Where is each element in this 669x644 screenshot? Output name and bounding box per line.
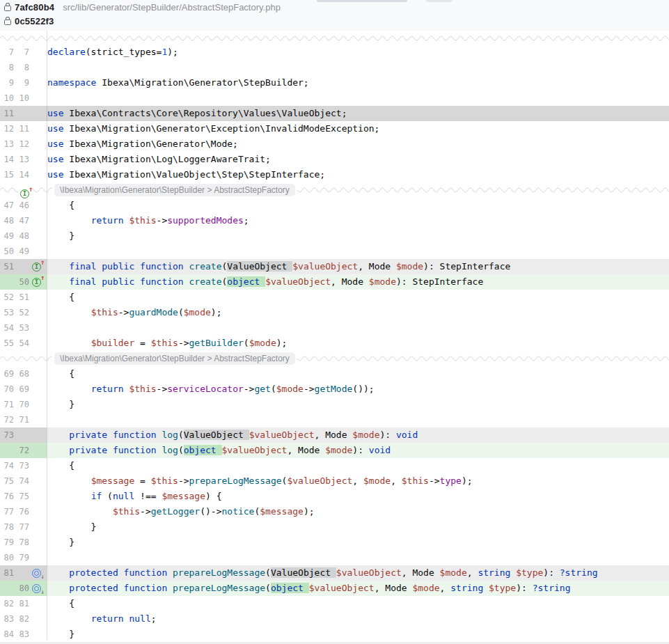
code-line[interactable]: } <box>47 627 669 642</box>
code-line[interactable] <box>47 412 669 427</box>
gutter-icon-slot <box>29 611 45 627</box>
code-line[interactable]: final public function create(ValueObject… <box>47 259 669 274</box>
code-line[interactable]: { <box>47 596 669 611</box>
gutter-icon-slot: I↑ <box>20 186 29 198</box>
gutter: 80↓ <box>0 581 47 596</box>
code-line[interactable] <box>47 320 669 336</box>
code-line[interactable]: } <box>47 228 669 244</box>
code-token: public <box>102 261 134 272</box>
code-line[interactable]: use Ibexa\Migration\Generator\Exception\… <box>47 121 669 136</box>
code-line[interactable]: $builder = $this->getBuilder($mode); <box>47 336 669 351</box>
code-token: object <box>227 276 265 287</box>
code-token: log <box>162 445 178 455</box>
old-revision-hash: 7afc80b4 <box>15 2 54 13</box>
code-line[interactable]: protected function prepareLogMessage(Val… <box>47 565 669 581</box>
diff-line-context: 1211use Ibexa\Migration\Generator\Except… <box>0 121 669 136</box>
code-line[interactable]: } <box>47 535 669 550</box>
code-line[interactable]: declare(strict_types=1); <box>47 45 669 60</box>
code-line[interactable]: private function log(object $valueObject… <box>47 443 669 458</box>
new-line-number: 79 <box>15 550 29 565</box>
code-line[interactable]: { <box>47 366 669 382</box>
code-line[interactable]: use Ibexa\Contracts\Core\Repository\Valu… <box>47 106 669 121</box>
code-line[interactable]: { <box>47 198 669 213</box>
code-line[interactable]: namespace Ibexa\Migration\Generator\Step… <box>47 75 669 91</box>
code-line[interactable]: protected function prepareLogMessage(obj… <box>47 581 669 596</box>
code-line[interactable]: $this->getLogger()->notice($message); <box>47 504 669 519</box>
code-line[interactable]: return $this->supportedModes; <box>47 213 669 228</box>
code-line[interactable] <box>47 550 669 565</box>
code-token: get <box>254 384 270 394</box>
code-token: prepareLogMessage <box>189 476 282 486</box>
code-token: $type <box>489 583 516 593</box>
code-token: $valueObject <box>265 276 331 287</box>
old-line-number: 75 <box>0 473 14 489</box>
code-token: ): <box>516 583 532 593</box>
code-token: Ibexa\Contracts\Core\Repository\Values\V… <box>63 108 347 118</box>
code-token: use <box>47 154 63 164</box>
implements-arrow-up-icon[interactable]: I↑ <box>32 278 41 287</box>
code-token: -> <box>157 384 168 394</box>
code-token: } <box>47 629 74 639</box>
gutter: 5251 <box>0 290 47 305</box>
code-line[interactable]: $this->guardMode($mode); <box>47 305 669 320</box>
code-token <box>118 583 124 593</box>
code-line[interactable]: { <box>47 458 669 473</box>
old-line-number: 9 <box>0 75 14 91</box>
gutter: 1312 <box>0 136 47 152</box>
gutter: 73 <box>0 427 47 443</box>
code-line[interactable]: use Ibexa\Migration\ValueObject\Step\Ste… <box>47 167 669 182</box>
old-line-number: 10 <box>0 91 14 106</box>
code-line[interactable]: } <box>47 519 669 535</box>
code-line[interactable]: private function log(ValueObject $valueO… <box>47 427 669 443</box>
diff-line-context: 7473 { <box>0 458 669 473</box>
code-token: void <box>396 430 418 440</box>
code-token: ) { <box>205 491 221 501</box>
code-token <box>47 384 91 394</box>
code-token: ( <box>244 338 249 348</box>
code-line[interactable] <box>47 244 669 259</box>
gutter-icon-slot <box>29 244 45 259</box>
code-token: $valueObject <box>287 476 352 486</box>
code-line[interactable]: return null; <box>47 611 669 627</box>
code-token: $mode <box>369 276 396 287</box>
code-token: , <box>352 476 363 486</box>
new-line-number: 83 <box>15 627 29 642</box>
code-line[interactable]: return $this->serviceLocator->get($mode-… <box>47 382 669 397</box>
code-line[interactable]: $message = $this->prepareLogMessage($val… <box>47 473 669 489</box>
old-line-number: 70 <box>0 382 14 397</box>
code-line[interactable]: final public function create(object $val… <box>47 274 669 290</box>
code-token: create <box>189 276 222 287</box>
overridden-arrow-down-icon[interactable]: ↓ <box>32 569 41 578</box>
code-token: ); <box>462 476 473 486</box>
gutter-icon-slot <box>29 136 45 152</box>
new-line-number: 9 <box>15 75 29 91</box>
code-line[interactable]: use Ibexa\Migration\Log\LoggerAwareTrait… <box>47 152 669 167</box>
old-line-number: 12 <box>0 121 14 136</box>
gutter: 8079 <box>0 550 47 565</box>
code-token: private <box>69 430 107 440</box>
old-line-number: 71 <box>0 397 14 412</box>
code-line[interactable]: } <box>47 397 669 412</box>
fold-breadcrumb[interactable]: \Ibexa\Migration\Generator\StepBuilder >… <box>54 352 295 365</box>
code-token: } <box>47 230 74 241</box>
code-line[interactable]: if (null !== $message) { <box>47 489 669 504</box>
code-token: return <box>91 215 124 226</box>
implements-arrow-up-icon[interactable]: I↑ <box>20 189 29 198</box>
new-line-number: 46 <box>15 198 29 213</box>
code-line[interactable] <box>47 91 669 106</box>
code-token: declare <box>47 47 86 57</box>
diff-line-added: 72 private function log(object $valueObj… <box>0 443 669 458</box>
gutter-icon-slot <box>29 106 45 121</box>
wave-separator <box>0 34 669 42</box>
diff-line-context: 1514use Ibexa\Migration\ValueObject\Step… <box>0 167 669 182</box>
code-line[interactable] <box>47 60 669 75</box>
overridden-arrow-down-icon[interactable]: ↓ <box>32 584 41 593</box>
code-line[interactable]: { <box>47 290 669 305</box>
code-line[interactable]: use Ibexa\Migration\Generator\Mode; <box>47 136 669 152</box>
code-token: namespace <box>47 77 96 88</box>
implements-arrow-up-icon[interactable]: I↑ <box>32 262 41 272</box>
new-line-number: 10 <box>15 91 29 106</box>
fold-breadcrumb[interactable]: \Ibexa\Migration\Generator\StepBuilder >… <box>54 184 295 196</box>
diff-line-context: 7675 if (null !== $message) { <box>0 489 669 504</box>
old-line-number: 76 <box>0 489 14 504</box>
